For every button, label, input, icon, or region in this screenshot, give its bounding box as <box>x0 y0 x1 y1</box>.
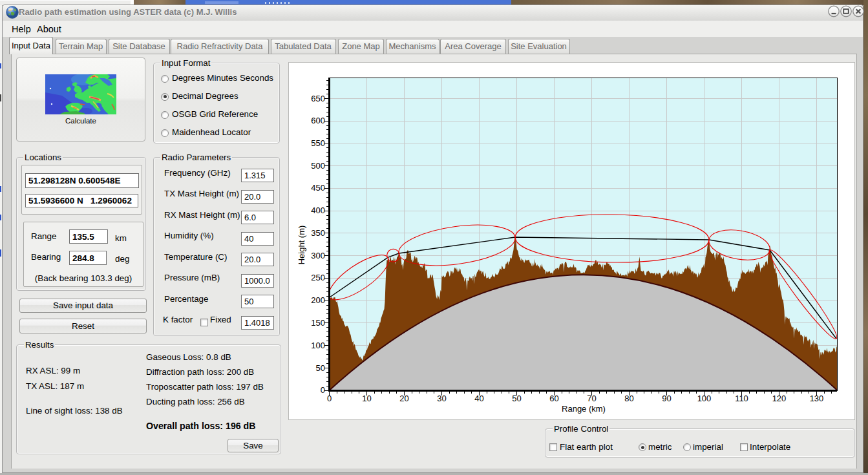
svg-text:120: 120 <box>772 394 787 403</box>
svg-text:500: 500 <box>311 161 325 171</box>
svg-text:250: 250 <box>311 273 325 282</box>
svg-text:400: 400 <box>311 206 325 215</box>
svg-text:130: 130 <box>810 394 824 403</box>
svg-text:50: 50 <box>512 394 521 403</box>
svg-text:200: 200 <box>311 295 325 305</box>
svg-text:300: 300 <box>311 251 325 260</box>
svg-text:90: 90 <box>662 394 671 403</box>
svg-text:30: 30 <box>437 394 446 403</box>
svg-text:650: 650 <box>311 94 325 103</box>
svg-text:100: 100 <box>311 341 325 350</box>
svg-text:10: 10 <box>362 394 371 403</box>
svg-text:350: 350 <box>311 228 325 238</box>
svg-text:Range (km): Range (km) <box>562 404 606 414</box>
svg-text:110: 110 <box>735 394 748 403</box>
svg-text:80: 80 <box>624 394 633 403</box>
svg-text:40: 40 <box>474 394 483 403</box>
svg-text:600: 600 <box>311 116 325 125</box>
svg-text:550: 550 <box>311 138 325 148</box>
svg-text:0: 0 <box>327 394 332 403</box>
svg-text:70: 70 <box>587 394 596 403</box>
svg-text:150: 150 <box>311 318 325 328</box>
svg-text:100: 100 <box>697 394 712 403</box>
svg-text:20: 20 <box>399 394 408 403</box>
svg-text:Height (m): Height (m) <box>297 226 306 265</box>
svg-text:0: 0 <box>321 385 325 395</box>
svg-text:450: 450 <box>311 183 325 193</box>
svg-text:60: 60 <box>549 394 558 403</box>
svg-text:50: 50 <box>316 363 325 373</box>
